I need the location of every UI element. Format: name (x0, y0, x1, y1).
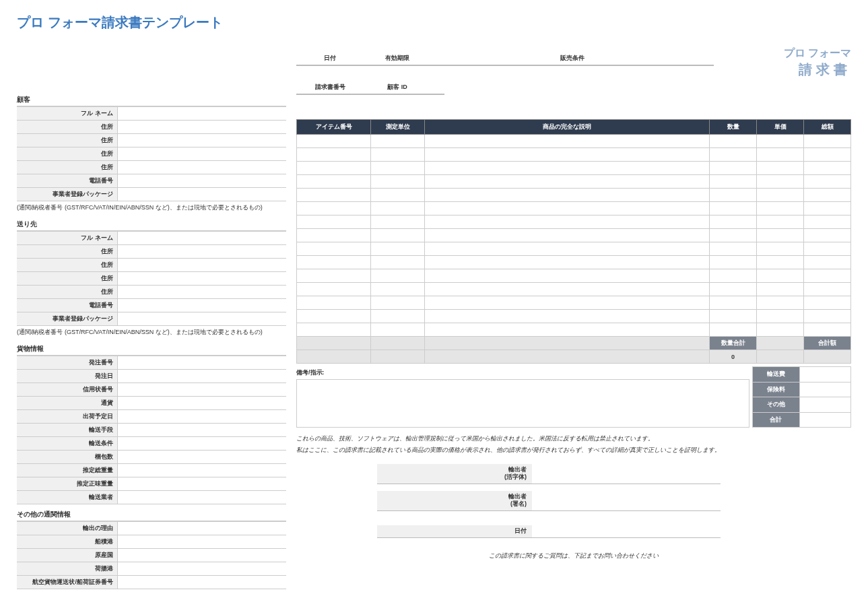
item-cell[interactable] (710, 296, 757, 310)
item-cell[interactable] (297, 148, 371, 162)
item-cell[interactable] (425, 283, 710, 296)
value-freight-podate[interactable] (118, 370, 286, 383)
item-cell[interactable] (371, 202, 425, 215)
remarks-box[interactable] (296, 379, 749, 428)
value-shipto-addr4[interactable] (118, 286, 286, 298)
item-cell[interactable] (297, 135, 371, 148)
value-customs-loadport[interactable] (118, 535, 286, 548)
item-cell[interactable] (804, 148, 851, 162)
item-cell[interactable] (804, 323, 851, 337)
item-cell[interactable] (425, 310, 710, 323)
value-customer-addr2[interactable] (118, 134, 286, 147)
item-cell[interactable] (371, 296, 425, 310)
item-cell[interactable] (425, 296, 710, 310)
charge-shipping-value[interactable] (799, 367, 850, 383)
item-cell[interactable] (297, 283, 371, 296)
item-cell[interactable] (425, 148, 710, 162)
item-cell[interactable] (757, 310, 804, 323)
item-cell[interactable] (297, 242, 371, 256)
item-cell[interactable] (425, 215, 710, 229)
item-cell[interactable] (710, 229, 757, 242)
item-cell[interactable] (425, 189, 710, 202)
sig-exporter-print-line[interactable] (532, 464, 721, 484)
item-cell[interactable] (757, 323, 804, 337)
item-cell[interactable] (757, 269, 804, 283)
item-cell[interactable] (371, 310, 425, 323)
item-cell[interactable] (371, 215, 425, 229)
value-freight-mode[interactable] (118, 424, 286, 436)
item-cell[interactable] (710, 189, 757, 202)
item-cell[interactable] (757, 175, 804, 189)
item-cell[interactable] (710, 242, 757, 256)
sig-exporter-sign-line[interactable] (532, 491, 721, 511)
item-cell[interactable] (297, 310, 371, 323)
item-cell[interactable] (804, 229, 851, 242)
meta-customer-id-value[interactable] (364, 98, 431, 107)
item-cell[interactable] (371, 175, 425, 189)
item-cell[interactable] (757, 189, 804, 202)
item-cell[interactable] (757, 296, 804, 310)
value-freight-currency[interactable] (118, 397, 286, 409)
meta-invoice-no-value[interactable] (296, 98, 364, 107)
item-cell[interactable] (804, 269, 851, 283)
item-cell[interactable] (297, 296, 371, 310)
item-cell[interactable] (804, 162, 851, 175)
value-shipto-phone[interactable] (118, 299, 286, 312)
item-cell[interactable] (710, 148, 757, 162)
item-cell[interactable] (425, 135, 710, 148)
value-customer-addr4[interactable] (118, 161, 286, 174)
item-cell[interactable] (371, 242, 425, 256)
value-freight-net[interactable] (118, 477, 286, 490)
item-cell[interactable] (710, 162, 757, 175)
item-cell[interactable] (710, 283, 757, 296)
item-cell[interactable] (757, 148, 804, 162)
item-cell[interactable] (710, 310, 757, 323)
value-freight-gross[interactable] (118, 464, 286, 477)
value-customs-discharge[interactable] (118, 562, 286, 575)
item-cell[interactable] (297, 269, 371, 283)
item-cell[interactable] (297, 202, 371, 215)
item-cell[interactable] (425, 162, 710, 175)
item-cell[interactable] (425, 269, 710, 283)
item-cell[interactable] (297, 256, 371, 269)
value-freight-po[interactable] (118, 356, 286, 369)
item-cell[interactable] (710, 256, 757, 269)
item-cell[interactable] (371, 162, 425, 175)
item-cell[interactable] (371, 283, 425, 296)
item-cell[interactable] (297, 215, 371, 229)
item-cell[interactable] (371, 323, 425, 337)
item-cell[interactable] (297, 162, 371, 175)
item-cell[interactable] (804, 202, 851, 215)
meta-date-value[interactable] (296, 69, 364, 78)
item-cell[interactable] (757, 215, 804, 229)
item-cell[interactable] (371, 135, 425, 148)
charge-other-value[interactable] (799, 397, 850, 413)
item-cell[interactable] (425, 229, 710, 242)
item-cell[interactable] (425, 256, 710, 269)
value-freight-shipdate[interactable] (118, 410, 286, 423)
item-cell[interactable] (371, 148, 425, 162)
value-freight-pkgs[interactable] (118, 451, 286, 463)
value-freight-lc[interactable] (118, 383, 286, 396)
item-cell[interactable] (804, 310, 851, 323)
item-cell[interactable] (757, 229, 804, 242)
value-freight-terms[interactable] (118, 437, 286, 450)
item-cell[interactable] (371, 229, 425, 242)
item-cell[interactable] (710, 135, 757, 148)
item-cell[interactable] (710, 269, 757, 283)
meta-terms-value[interactable] (431, 69, 714, 78)
item-cell[interactable] (804, 135, 851, 148)
value-customs-awb[interactable] (118, 576, 286, 589)
item-cell[interactable] (757, 162, 804, 175)
value-shipto-fullname[interactable] (118, 232, 286, 244)
meta-expiry-value[interactable] (364, 69, 431, 78)
charge-insurance-value[interactable] (799, 382, 850, 397)
item-cell[interactable] (425, 175, 710, 189)
item-cell[interactable] (804, 189, 851, 202)
item-cell[interactable] (757, 202, 804, 215)
value-shipto-addr3[interactable] (118, 272, 286, 285)
item-cell[interactable] (425, 323, 710, 337)
item-cell[interactable] (804, 296, 851, 310)
value-customs-origin[interactable] (118, 549, 286, 562)
value-customer-fullname[interactable] (118, 107, 286, 120)
